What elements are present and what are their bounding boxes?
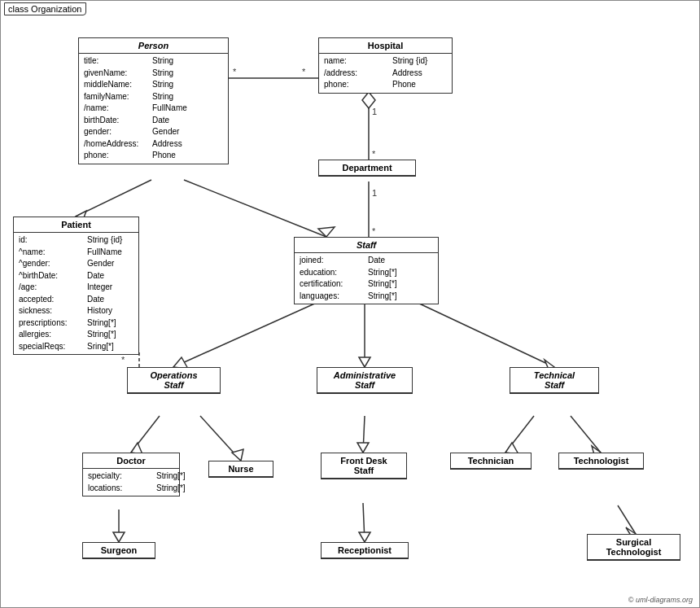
class-technician: Technician: [450, 453, 532, 470]
svg-line-10: [76, 180, 151, 217]
class-person-title: Person: [79, 38, 228, 54]
class-department-title: Department: [319, 160, 415, 176]
svg-marker-25: [357, 443, 369, 453]
svg-line-34: [618, 505, 636, 534]
class-operations-staff: OperationsStaff: [127, 367, 221, 394]
svg-text:*: *: [302, 67, 306, 77]
svg-text:*: *: [372, 149, 376, 159]
class-staff: Staff joined:Date education:String[*] ce…: [294, 237, 439, 304]
class-patient: Patient id:String {id} ^name:FullName ^g…: [13, 217, 139, 355]
class-technical-staff-title: TechnicalStaff: [510, 368, 598, 393]
class-surgeon: Surgeon: [82, 542, 155, 559]
svg-marker-23: [232, 449, 243, 461]
class-person-body: title:String givenName:String middleName…: [79, 54, 228, 164]
class-technician-title: Technician: [451, 453, 531, 469]
class-person: Person title:String givenName:String mid…: [78, 37, 229, 164]
svg-text:*: *: [372, 226, 376, 236]
copyright: © uml-diagrams.org: [628, 596, 693, 604]
svg-line-14: [173, 302, 318, 367]
diagram-title: class Organization: [4, 2, 86, 15]
class-department: Department: [318, 160, 416, 177]
class-staff-title: Staff: [295, 238, 438, 253]
diagram-container: class Organization * * 1 * 1 *: [0, 0, 700, 608]
class-technologist: Technologist: [558, 453, 644, 470]
class-nurse: Nurse: [208, 461, 273, 478]
class-doctor-body: specialty:String[*] locations:String[*]: [83, 469, 179, 496]
class-receptionist: Receptionist: [321, 542, 409, 559]
svg-line-18: [416, 302, 554, 367]
svg-text:*: *: [121, 355, 125, 365]
class-surgeon-title: Surgeon: [83, 543, 155, 558]
svg-line-12: [184, 180, 326, 237]
class-receptionist-title: Receptionist: [322, 543, 408, 558]
class-hospital-body: name:String {id} /address:Address phone:…: [319, 54, 452, 93]
class-doctor-title: Doctor: [83, 453, 179, 469]
svg-line-20: [131, 416, 160, 453]
class-patient-title: Patient: [14, 217, 138, 233]
class-front-desk-staff: Front DeskStaff: [321, 453, 407, 479]
class-doctor: Doctor specialty:String[*] locations:Str…: [82, 453, 180, 496]
class-technologist-title: Technologist: [559, 453, 643, 469]
class-operations-staff-title: OperationsStaff: [128, 368, 220, 393]
class-admin-staff: AdministrativeStaff: [317, 367, 413, 394]
svg-text:*: *: [233, 67, 237, 77]
class-staff-body: joined:Date education:String[*] certific…: [295, 253, 438, 304]
svg-line-26: [505, 416, 534, 453]
svg-line-32: [363, 503, 365, 542]
svg-text:1: 1: [372, 107, 377, 116]
class-hospital: Hospital name:String {id} /address:Addre…: [318, 37, 453, 94]
svg-line-22: [200, 416, 241, 461]
svg-marker-13: [318, 227, 335, 237]
class-hospital-title: Hospital: [319, 38, 452, 54]
svg-line-24: [363, 416, 365, 453]
class-nurse-title: Nurse: [209, 461, 273, 477]
svg-line-28: [571, 416, 601, 453]
class-front-desk-staff-title: Front DeskStaff: [322, 453, 406, 479]
svg-marker-31: [113, 532, 125, 542]
class-surgical-technologist: SurgicalTechnologist: [587, 534, 680, 561]
class-surgical-technologist-title: SurgicalTechnologist: [588, 535, 680, 560]
class-admin-staff-title: AdministrativeStaff: [317, 368, 412, 393]
svg-text:1: 1: [372, 188, 377, 198]
class-patient-body: id:String {id} ^name:FullName ^gender:Ge…: [14, 233, 138, 354]
class-technical-staff: TechnicalStaff: [510, 367, 599, 394]
svg-marker-33: [359, 532, 370, 542]
svg-marker-4: [362, 92, 375, 108]
svg-marker-17: [359, 357, 370, 367]
